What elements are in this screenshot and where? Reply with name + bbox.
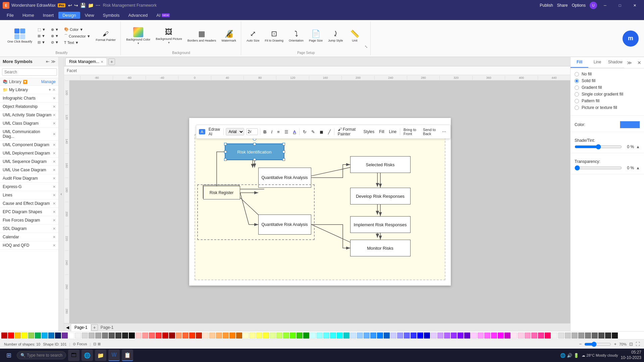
section-close-11[interactable]: ✕: [53, 193, 56, 197]
zoom-out-btn[interactable]: −: [579, 342, 582, 347]
section-close-2[interactable]: ✕: [53, 113, 56, 117]
palette-color-62[interactable]: [417, 333, 423, 339]
taskbar-search-bar[interactable]: 🔍 Type here to search: [17, 351, 66, 359]
folder-btn[interactable]: 📁: [87, 2, 94, 9]
save-btn[interactable]: 💾: [79, 2, 87, 9]
palette-color-18[interactable]: [122, 333, 128, 339]
selected-risks-node[interactable]: Selected Risks: [350, 156, 411, 173]
palette-color-32[interactable]: [216, 333, 222, 339]
menu-home[interactable]: Home: [18, 12, 38, 19]
jump-style-btn[interactable]: ⤸ Jump Style: [326, 24, 345, 48]
right-panel-close[interactable]: ✕: [635, 58, 644, 67]
section-close-16[interactable]: ✕: [53, 235, 56, 239]
sidebar-section-2[interactable]: UML Activity State Diagram ✕: [0, 111, 58, 119]
clock[interactable]: 05:27 10-10-2023: [621, 350, 641, 360]
orientation-btn[interactable]: ⤵ Orientation: [287, 24, 306, 48]
palette-color-88[interactable]: [592, 333, 598, 339]
palette-color-64[interactable]: [431, 333, 437, 339]
section-close-6[interactable]: ✕: [53, 151, 56, 156]
bring-front-btn[interactable]: Bring to Front: [402, 127, 420, 136]
palette-color-57[interactable]: [384, 333, 390, 339]
battery-icon[interactable]: 🔋: [574, 353, 579, 358]
search-input[interactable]: [2, 68, 57, 76]
page-prev-btn[interactable]: ◀: [64, 324, 71, 331]
palette-color-29[interactable]: [196, 333, 202, 339]
sidebar-section-11[interactable]: Lines ✕: [0, 191, 58, 199]
palette-color-28[interactable]: [189, 333, 195, 339]
styles-btn[interactable]: Styles: [362, 129, 376, 135]
menu-view[interactable]: View: [81, 12, 98, 19]
taskbar-word[interactable]: W: [108, 350, 120, 361]
taskbar-edrawmax[interactable]: 📋: [122, 350, 133, 361]
section-close-1[interactable]: ✕: [53, 105, 56, 109]
palette-color-59[interactable]: [397, 333, 403, 339]
palette-color-20[interactable]: [136, 333, 142, 339]
network-icon[interactable]: 🌐: [560, 353, 566, 358]
fullscreen-btn[interactable]: ⛶: [636, 342, 640, 347]
fill-btn[interactable]: Fill: [378, 129, 385, 135]
page-setup-expand[interactable]: ⤡: [365, 45, 368, 50]
palette-color-35[interactable]: [236, 333, 242, 339]
palette-color-10[interactable]: [68, 333, 74, 339]
pattern-fill-radio[interactable]: [575, 99, 579, 103]
sidebar-section-16[interactable]: Calendar ✕: [0, 233, 58, 241]
italic-btn[interactable]: I: [270, 129, 274, 135]
palette-color-37[interactable]: [250, 333, 256, 339]
sidebar-section-1[interactable]: Object Relationship ✕: [0, 103, 58, 111]
palette-color-34[interactable]: [229, 333, 235, 339]
edraw-ai-btn[interactable]: Edraw AI: [207, 126, 221, 137]
palette-color-74[interactable]: [498, 333, 504, 339]
menu-ai[interactable]: AI NEW: [152, 12, 174, 19]
palette-color-70[interactable]: [471, 333, 477, 339]
palette-color-73[interactable]: [491, 333, 497, 339]
color-swatch[interactable]: [620, 121, 640, 128]
menu-insert[interactable]: Insert: [39, 12, 58, 19]
palette-color-55[interactable]: [370, 333, 376, 339]
canvas-tab-main[interactable]: Risk Managem... ✕: [65, 58, 107, 65]
text-btn[interactable]: T Text ▼: [62, 40, 93, 45]
sidebar-section-17[interactable]: HOQ and QFD ✕: [0, 241, 58, 250]
palette-color-15[interactable]: [102, 333, 108, 339]
palette-color-75[interactable]: [504, 333, 511, 339]
page-add-btn[interactable]: +: [91, 324, 98, 331]
palette-color-82[interactable]: [551, 333, 557, 339]
palette-color-25[interactable]: [169, 333, 175, 339]
add-library-btn[interactable]: +: [49, 87, 51, 92]
palette-color-4[interactable]: [28, 333, 34, 339]
palette-color-52[interactable]: [350, 333, 356, 339]
palette-color-77[interactable]: [518, 333, 524, 339]
transparency-slider[interactable]: [575, 165, 622, 171]
single-gradient-option[interactable]: Single color gradient fill: [575, 92, 640, 97]
palette-color-14[interactable]: [95, 333, 101, 339]
palette-color-72[interactable]: [484, 333, 490, 339]
arrange-6-btn[interactable]: ⊘ ▼: [49, 40, 61, 45]
zoom-slider[interactable]: [584, 342, 611, 347]
line-type-btn[interactable]: Line: [388, 129, 398, 135]
picture-fill-radio[interactable]: [575, 106, 579, 110]
palette-color-50[interactable]: [337, 333, 343, 339]
palette-color-85[interactable]: [572, 333, 578, 339]
section-close-9[interactable]: ✕: [53, 176, 56, 181]
no-fill-radio[interactable]: [575, 72, 579, 76]
section-close-5[interactable]: ✕: [53, 143, 56, 147]
options-btn[interactable]: Options: [572, 3, 586, 8]
right-panel-toggle[interactable]: ≫: [624, 58, 635, 67]
trans-up[interactable]: ▲: [636, 166, 640, 170]
palette-color-39[interactable]: [263, 333, 269, 339]
palette-color-49[interactable]: [330, 333, 336, 339]
no-fill-option[interactable]: No fill: [575, 72, 640, 76]
bg-color-btn[interactable]: Background Color ▼: [124, 24, 152, 48]
menu-design[interactable]: Design: [58, 12, 80, 19]
palette-color-91[interactable]: [612, 333, 618, 339]
quant-analysis-2-node[interactable]: Quantitative Risk Analysis: [258, 215, 311, 235]
arrange-4-btn[interactable]: ⊕ ▼: [49, 27, 61, 33]
palette-color-61[interactable]: [411, 333, 417, 339]
section-close-15[interactable]: ✕: [53, 227, 56, 231]
palette-color-86[interactable]: [578, 333, 584, 339]
send-back-btn[interactable]: Send to Back: [422, 127, 439, 136]
my-library-section[interactable]: 📁 My Library + ✕: [0, 86, 58, 94]
color-btn[interactable]: 🎨 Color ▼: [62, 26, 93, 32]
risk-identification-node[interactable]: Risk Identification: [225, 143, 284, 160]
palette-color-2[interactable]: [15, 333, 21, 339]
share-btn[interactable]: Share: [557, 3, 568, 8]
